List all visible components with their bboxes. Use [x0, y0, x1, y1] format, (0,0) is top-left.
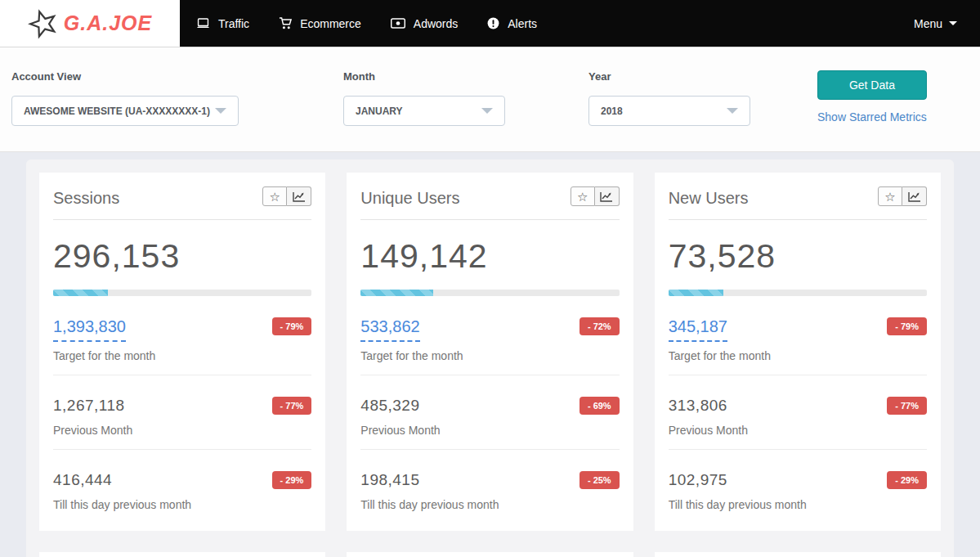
- target-section: 1,393,830 - 79% Target for the month: [53, 317, 311, 362]
- progress-fill: [669, 290, 723, 296]
- line-chart-icon: [908, 191, 921, 202]
- divider: [53, 449, 311, 450]
- card-actions: ☆: [571, 186, 620, 206]
- star-icon: ☆: [577, 191, 588, 203]
- till-day-badge: - 29%: [272, 471, 312, 489]
- nav-item-adwords[interactable]: Adwords: [391, 17, 458, 30]
- laptop-icon: [196, 18, 210, 29]
- previous-month-caption: Previous Month: [53, 424, 311, 437]
- target-value-link[interactable]: 1,393,830: [53, 317, 126, 342]
- till-day-value: 198,415: [360, 471, 419, 489]
- star-icon: ☆: [270, 191, 280, 203]
- previous-month-section: 1,267,118 - 77% Previous Month: [53, 397, 311, 437]
- target-section: 533,862 - 72% Target for the month: [360, 317, 619, 362]
- previous-month-value: 313,806: [669, 397, 727, 415]
- chart-button[interactable]: [902, 186, 927, 206]
- divider: [669, 375, 927, 375]
- till-day-section: 198,415 - 25% Till this day previous mon…: [360, 471, 619, 511]
- brand-name: G.A.JOE: [64, 11, 152, 35]
- star-button[interactable]: ☆: [571, 186, 595, 206]
- chevron-down-icon: [727, 108, 738, 114]
- chart-button[interactable]: [287, 186, 311, 206]
- nav-item-ecommerce[interactable]: Ecommerce: [279, 17, 361, 30]
- nav-item-label: Ecommerce: [300, 17, 361, 30]
- previous-month-section: 313,806 - 77% Previous Month: [669, 397, 927, 437]
- previous-month-caption: Previous Month: [360, 424, 619, 437]
- till-day-caption: Till this day previous month: [360, 498, 619, 511]
- target-badge: - 72%: [579, 317, 620, 335]
- previous-month-badge: - 69%: [579, 397, 620, 415]
- card-actions: ☆: [878, 186, 927, 206]
- metric-card-unique-page-views: Unique Page Views ☆: [39, 552, 325, 557]
- divider: [53, 375, 311, 375]
- target-caption: Target for the month: [669, 349, 927, 362]
- previous-month-value: 1,267,118: [53, 397, 125, 415]
- target-section: 345,187 - 79% Target for the month: [669, 317, 927, 362]
- progress-bar: [53, 290, 311, 296]
- metric-card-sessions: Sessions ☆ 296,153 1,393,830 - 79% Targe…: [39, 173, 325, 531]
- divider: [360, 219, 619, 220]
- year-select[interactable]: 2018: [588, 96, 750, 126]
- till-day-section: 416,444 - 29% Till this day previous mon…: [53, 471, 311, 511]
- target-caption: Target for the month: [53, 349, 311, 362]
- progress-fill: [53, 290, 108, 296]
- account-view-value: AWESOME WEBSITE (UA-XXXXXXXX-1): [24, 106, 210, 117]
- metric-value: 73,528: [669, 237, 927, 276]
- progress-bar: [360, 290, 619, 296]
- divider: [360, 375, 619, 375]
- till-day-value: 102,975: [669, 471, 727, 489]
- progress-fill: [360, 290, 432, 296]
- exclamation-circle-icon: [487, 17, 499, 29]
- account-view-label: Account View: [11, 70, 343, 83]
- dashboard-panel: Sessions ☆ 296,153 1,393,830 - 79% Targe…: [26, 159, 954, 557]
- chevron-down-icon: [949, 21, 957, 25]
- brand-logo[interactable]: G.A.JOE: [0, 0, 180, 47]
- previous-month-badge: - 77%: [272, 397, 312, 415]
- star-logo-icon: [28, 8, 59, 39]
- till-day-caption: Till this day previous month: [669, 498, 927, 511]
- filter-bar: Account View AWESOME WEBSITE (UA-XXXXXXX…: [0, 47, 980, 152]
- show-starred-metrics-link[interactable]: Show Starred Metrics: [817, 110, 927, 124]
- year-label: Year: [588, 70, 817, 83]
- star-button[interactable]: ☆: [262, 186, 287, 206]
- metric-cards-row-1: Sessions ☆ 296,153 1,393,830 - 79% Targe…: [39, 173, 941, 531]
- main-nav: Traffic Ecommerce Adwords Alerts: [180, 0, 914, 47]
- target-value-link[interactable]: 533,862: [360, 317, 419, 342]
- metric-cards-row-2: Unique Page Views ☆ Bounce Rate ☆: [39, 552, 941, 557]
- till-day-badge: - 29%: [887, 471, 927, 489]
- previous-month-section: 485,329 - 69% Previous Month: [360, 397, 619, 437]
- metric-value: 296,153: [53, 237, 311, 276]
- nav-item-traffic[interactable]: Traffic: [196, 17, 249, 30]
- nav-item-label: Adwords: [414, 17, 458, 30]
- nav-item-label: Traffic: [218, 17, 249, 30]
- target-caption: Target for the month: [360, 349, 619, 362]
- menu-dropdown[interactable]: Menu: [914, 0, 980, 47]
- previous-month-value: 485,329: [360, 397, 419, 415]
- till-day-section: 102,975 - 29% Till this day previous mon…: [669, 471, 927, 511]
- account-view-select[interactable]: AWESOME WEBSITE (UA-XXXXXXXX-1): [11, 96, 239, 126]
- get-data-button[interactable]: Get Data: [817, 70, 927, 100]
- year-value: 2018: [601, 106, 623, 117]
- till-day-value: 416,444: [53, 471, 112, 489]
- chevron-down-icon: [215, 108, 226, 114]
- metric-card-unique-users: Unique Users ☆ 149,142 533,862 - 72% Tar…: [347, 173, 633, 531]
- money-bill-icon: [391, 18, 405, 29]
- target-badge: - 79%: [887, 317, 927, 335]
- card-title: New Users: [669, 186, 749, 208]
- chart-button[interactable]: [595, 186, 620, 206]
- chevron-down-icon: [481, 108, 493, 114]
- nav-item-label: Alerts: [508, 17, 537, 30]
- month-value: JANUARY: [356, 106, 403, 117]
- line-chart-icon: [600, 191, 613, 202]
- divider: [669, 449, 927, 450]
- month-label: Month: [343, 70, 588, 83]
- top-navbar: G.A.JOE Traffic Ecommerce Adwords Alerts: [0, 0, 980, 47]
- nav-item-alerts[interactable]: Alerts: [487, 17, 537, 30]
- till-day-caption: Till this day previous month: [53, 498, 311, 511]
- metric-card-avg-session-duration: Avg Session Duration ☆: [655, 552, 941, 557]
- card-actions: ☆: [262, 186, 311, 206]
- star-button[interactable]: ☆: [878, 186, 902, 206]
- month-select[interactable]: JANUARY: [343, 96, 505, 126]
- previous-month-badge: - 77%: [887, 397, 927, 415]
- target-value-link[interactable]: 345,187: [669, 317, 727, 342]
